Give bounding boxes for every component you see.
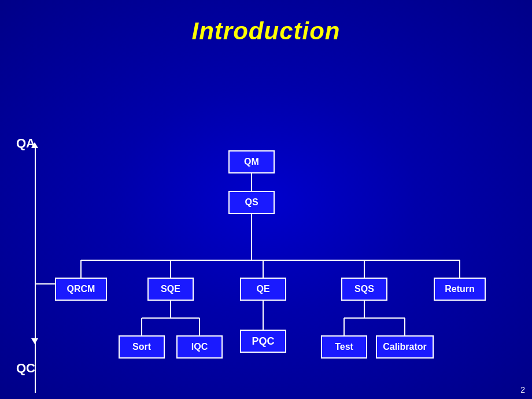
- slide-number: 2: [520, 385, 525, 394]
- calibrator-box: Calibrator: [376, 335, 434, 359]
- test-box: Test: [321, 335, 367, 359]
- qc-label: QC: [16, 361, 35, 376]
- axis-arrow-down: [31, 338, 38, 344]
- return-box: Return: [434, 278, 486, 301]
- qm-box: QM: [228, 150, 275, 173]
- pqc-box: PQC: [240, 330, 286, 353]
- sort-box: Sort: [119, 335, 165, 359]
- qs-box: QS: [228, 191, 275, 214]
- qe-box: QE: [240, 278, 286, 301]
- qrcm-box: QRCM: [55, 278, 107, 301]
- iqc-box: IQC: [176, 335, 223, 359]
- sqe-box: SQE: [147, 278, 194, 301]
- sqs-box: SQS: [341, 278, 387, 301]
- axis-line: [35, 145, 36, 393]
- title: Introduction: [0, 0, 532, 45]
- axis-arrow-up: [31, 142, 38, 148]
